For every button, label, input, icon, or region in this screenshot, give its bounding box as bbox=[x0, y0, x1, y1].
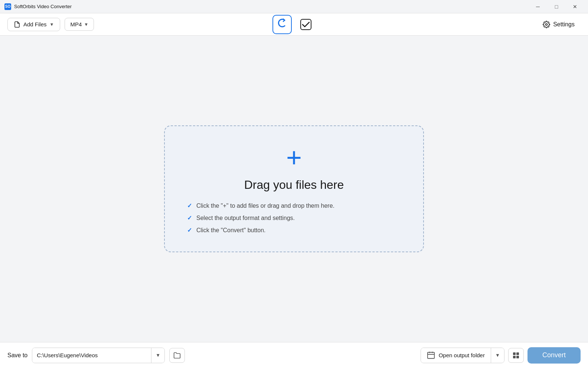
gear-icon bbox=[543, 21, 550, 28]
drop-zone-title: Drag you files here bbox=[244, 178, 344, 192]
title-bar-left: SO SoftOrbits Video Converter bbox=[4, 3, 72, 10]
checkmark-button[interactable] bbox=[296, 15, 316, 34]
hint-3-text: Click the "Convert" button. bbox=[196, 227, 266, 234]
convert-label: Convert bbox=[542, 351, 566, 359]
add-files-label: Add Files bbox=[23, 21, 47, 27]
add-files-chevron-icon: ▼ bbox=[50, 22, 54, 27]
maximize-button[interactable]: □ bbox=[548, 1, 565, 12]
save-to-label: Save to bbox=[7, 352, 27, 359]
logo-button[interactable] bbox=[272, 15, 292, 34]
bottom-right: Open output folder ▼ Convert bbox=[421, 347, 581, 364]
open-folder-chevron-icon: ▼ bbox=[495, 352, 500, 358]
open-folder-button[interactable]: Open output folder bbox=[421, 348, 491, 363]
browse-folder-button[interactable] bbox=[169, 348, 185, 363]
path-dropdown-button[interactable]: ▼ bbox=[151, 348, 164, 363]
open-folder-container: Open output folder ▼ bbox=[421, 348, 504, 363]
settings-button[interactable]: Settings bbox=[537, 18, 581, 31]
hint-2: ✓ Select the output format and settings. bbox=[187, 214, 334, 221]
svg-point-1 bbox=[546, 23, 548, 25]
window-controls[interactable]: ─ □ ✕ bbox=[529, 1, 584, 12]
file-icon bbox=[14, 21, 20, 28]
save-path-input[interactable] bbox=[32, 348, 151, 363]
format-selector[interactable]: MP4 ▼ bbox=[65, 18, 94, 31]
toolbar-center bbox=[272, 15, 316, 34]
hint-1: ✓ Click the "+" to add files or drag and… bbox=[187, 202, 334, 209]
convert-button[interactable]: Convert bbox=[527, 347, 581, 364]
checkmark-icon-1: ✓ bbox=[187, 202, 192, 209]
hint-1-text: Click the "+" to add files or drag and d… bbox=[196, 203, 334, 209]
toolbar: Add Files ▼ MP4 ▼ bbox=[0, 13, 588, 36]
checkmark-icon-3: ✓ bbox=[187, 227, 192, 234]
hint-3: ✓ Click the "Convert" button. bbox=[187, 227, 334, 234]
hint-2-text: Select the output format and settings. bbox=[196, 215, 295, 221]
svg-rect-2 bbox=[428, 352, 434, 358]
app-icon: SO bbox=[4, 3, 11, 10]
grid-icon bbox=[513, 352, 519, 358]
format-label: MP4 bbox=[70, 21, 82, 27]
open-folder-dropdown-button[interactable]: ▼ bbox=[491, 348, 504, 363]
drop-hints: ✓ Click the "+" to add files or drag and… bbox=[187, 202, 334, 234]
save-path-container: ▼ bbox=[32, 348, 165, 363]
format-chevron-icon: ▼ bbox=[84, 22, 88, 27]
folder-icon bbox=[173, 352, 181, 359]
calendar-folder-icon bbox=[427, 351, 435, 359]
drop-zone[interactable]: + Drag you files here ✓ Click the "+" to… bbox=[164, 125, 424, 252]
checkmark-icon-2: ✓ bbox=[187, 214, 192, 221]
app-title: SoftOrbits Video Converter bbox=[14, 4, 72, 9]
plus-icon: + bbox=[286, 144, 302, 171]
checkmark-icon bbox=[300, 19, 312, 30]
view-toggle-button[interactable] bbox=[508, 348, 524, 363]
toolbar-right: Settings bbox=[537, 18, 581, 31]
title-bar: SO SoftOrbits Video Converter ─ □ ✕ bbox=[0, 0, 588, 13]
logo-letter bbox=[277, 17, 288, 31]
path-chevron-icon: ▼ bbox=[156, 352, 160, 358]
toolbar-left: Add Files ▼ MP4 ▼ bbox=[7, 18, 532, 31]
bottom-bar: Save to ▼ Open output folder ▼ bbox=[0, 342, 588, 368]
minimize-button[interactable]: ─ bbox=[529, 1, 546, 12]
close-button[interactable]: ✕ bbox=[566, 1, 584, 12]
add-files-button[interactable]: Add Files ▼ bbox=[7, 18, 60, 31]
open-folder-label: Open output folder bbox=[439, 352, 485, 358]
main-content: + Drag you files here ✓ Click the "+" to… bbox=[0, 36, 588, 342]
settings-label: Settings bbox=[553, 21, 575, 28]
